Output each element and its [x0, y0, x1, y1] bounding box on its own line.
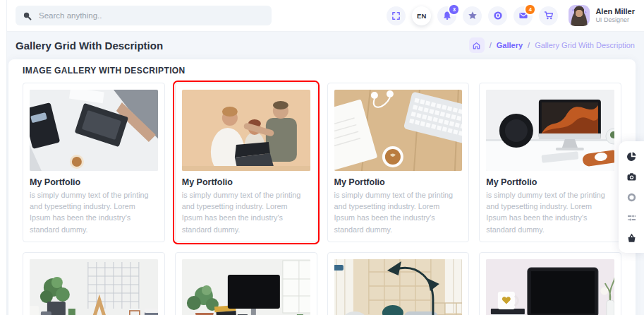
- bookmark-button[interactable]: [463, 6, 482, 25]
- gallery-card: My Portfolio is simply dummy text of the…: [479, 252, 621, 315]
- gallery-image-team-workspace-overhead[interactable]: [30, 90, 158, 171]
- photo-monitor-home-office: [182, 259, 310, 315]
- gallery-card: My Portfolio is simply dummy text of the…: [479, 83, 621, 242]
- gallery-card: My Portfolio is simply dummy text of the…: [175, 252, 317, 315]
- pie-chart-button[interactable]: [626, 150, 637, 162]
- card-title: My Portfolio: [30, 177, 158, 187]
- gallery-image-office-lounge-lamp[interactable]: [334, 259, 463, 315]
- user-name: Alen Miller: [595, 7, 635, 17]
- gallery-image-team-discussion[interactable]: [182, 90, 310, 171]
- gallery-card: My Portfolio is simply dummy text of the…: [327, 83, 470, 242]
- photo-office-lounge-lamp: [334, 259, 463, 315]
- app-root: EN 3 4: [0, 0, 644, 315]
- search-box[interactable]: [16, 6, 272, 25]
- gallery-card-selected: My Portfolio is simply dummy text of the…: [175, 83, 317, 242]
- title-bar: Gallery Grid With Description / Gallery …: [6, 31, 644, 59]
- avatar: [569, 5, 590, 26]
- gallery-image-imac-workstation[interactable]: [486, 90, 614, 171]
- sliders-button[interactable]: [626, 212, 637, 223]
- breadcrumb-separator: /: [490, 41, 492, 49]
- gallery-grid: My Portfolio is simply dummy text of the…: [23, 83, 621, 315]
- gallery-image-macbook-love-mug[interactable]: [486, 259, 614, 315]
- dark-mode-button[interactable]: [488, 6, 507, 25]
- photo-plants-letter-a-desk: [30, 259, 158, 315]
- pie-chart-icon: [626, 151, 637, 162]
- camera-icon: [626, 172, 637, 182]
- photo-macbook-love-mug: [486, 259, 614, 315]
- card-description: is simply dummy text of the printing and…: [182, 189, 310, 235]
- gallery-card: My Portfolio is simply dummy text of the…: [23, 83, 165, 242]
- camera-button[interactable]: [626, 171, 637, 182]
- sliders-icon: [626, 213, 637, 223]
- notifications-badge: 3: [448, 4, 460, 16]
- messages-button[interactable]: 4: [514, 6, 533, 25]
- gallery-image-plants-letter-a-desk[interactable]: [30, 259, 158, 315]
- header-actions: EN 3 4: [387, 5, 635, 26]
- messages-badge: 4: [524, 4, 536, 16]
- maximize-button[interactable]: [387, 6, 406, 25]
- notifications-button[interactable]: 3: [437, 6, 456, 25]
- page-title: Gallery Grid With Description: [16, 40, 163, 52]
- quick-options-rail: [619, 141, 644, 253]
- record-icon: [626, 192, 637, 203]
- user-meta: Alen Miller UI Designer: [595, 7, 635, 25]
- breadcrumb-gallery-link[interactable]: Gallery: [497, 41, 523, 49]
- breadcrumb: / Gallery / Gallery Grid With Descriptio…: [469, 37, 635, 53]
- photo-imac-workstation: [486, 90, 614, 171]
- card-title: My Portfolio: [182, 177, 310, 187]
- breadcrumb-current: Gallery Grid With Description: [535, 41, 635, 49]
- search-input[interactable]: [37, 11, 265, 20]
- photo-wooden-desk-coffee: [334, 90, 463, 171]
- cart-button[interactable]: [539, 6, 558, 25]
- panel-title: IMAGE GALLERY WITH DESCRIPTION: [23, 66, 621, 76]
- disc-icon: [493, 11, 503, 20]
- gallery-card: My Portfolio is simply dummy text of the…: [327, 252, 470, 315]
- basket-icon: [626, 233, 637, 244]
- card-description: is simply dummy text of the printing and…: [486, 189, 614, 235]
- top-bar: EN 3 4: [6, 0, 644, 31]
- gallery-card: My Portfolio is simply dummy text of the…: [23, 252, 165, 315]
- photo-team-discussion: [182, 90, 310, 171]
- card-description: is simply dummy text of the printing and…: [30, 189, 158, 235]
- home-icon: [472, 41, 481, 50]
- card-title: My Portfolio: [486, 177, 614, 187]
- user-menu[interactable]: Alen Miller UI Designer: [569, 5, 635, 26]
- gallery-panel: IMAGE GALLERY WITH DESCRIPTION: [8, 59, 636, 315]
- user-role: UI Designer: [595, 16, 635, 24]
- breadcrumb-home-button[interactable]: [469, 37, 485, 53]
- basket-button[interactable]: [626, 232, 637, 244]
- breadcrumb-separator: /: [528, 41, 530, 49]
- record-button[interactable]: [626, 191, 637, 203]
- maximize-icon: [391, 11, 401, 20]
- language-button[interactable]: EN: [412, 6, 431, 25]
- star-icon: [468, 11, 478, 20]
- gallery-image-monitor-home-office[interactable]: [182, 259, 310, 315]
- photo-team-workspace-overhead: [30, 90, 158, 171]
- card-description: is simply dummy text of the printing and…: [334, 189, 463, 235]
- gallery-image-wooden-desk-coffee[interactable]: [334, 90, 463, 171]
- search-icon: [23, 11, 32, 20]
- collapsed-sidebar-edge: [0, 0, 7, 315]
- cart-icon: [544, 11, 554, 20]
- card-title: My Portfolio: [334, 177, 463, 187]
